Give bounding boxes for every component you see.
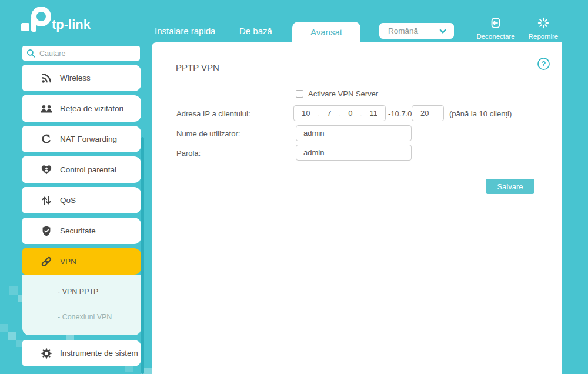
sidebar-item-security[interactable]: Securitate <box>22 218 141 244</box>
language-selected-value: Română <box>388 26 437 35</box>
sidebar-item-label: QoS <box>60 196 76 205</box>
reboot-button[interactable]: Repornire <box>517 16 570 40</box>
vpn-submenu: - VPN PPTP - Conexiuni VPN <box>22 275 141 335</box>
client-ip-label: Adresa IP a clientului: <box>176 109 250 118</box>
enable-vpn-server-label: Activare VPN Server <box>308 89 378 98</box>
sidebar-item-vpn[interactable]: VPN <box>22 248 141 275</box>
submenu-item-vpn-connections[interactable]: - Conexiuni VPN <box>58 313 112 321</box>
security-shield-icon <box>40 225 53 238</box>
enable-vpn-server-checkbox[interactable] <box>296 90 303 98</box>
ip-separator: . <box>360 109 362 118</box>
tab-advanced[interactable]: Avansat <box>292 22 360 42</box>
sidebar-item-label: VPN <box>60 257 76 266</box>
sidebar-item-system-tools[interactable]: Instrumente de sistem <box>22 340 141 366</box>
language-dropdown[interactable]: Română <box>379 23 454 39</box>
title-divider <box>175 76 549 76</box>
qos-arrows-icon <box>40 194 53 207</box>
sidebar-item-nat-forwarding[interactable]: NAT Forwarding <box>22 126 141 152</box>
logout-icon <box>489 16 502 29</box>
sidebar-item-label: Rețea de vizitatori <box>60 104 123 113</box>
ip-octet-4: 11 <box>369 109 377 118</box>
tp-link-logo: tp-link <box>21 7 101 38</box>
nat-forwarding-icon <box>40 133 53 146</box>
ip-octet-2: 7 <box>327 109 331 118</box>
password-label: Parola: <box>176 149 201 158</box>
sidebar-scrollbar[interactable] <box>141 137 144 374</box>
sidebar-item-label: Control parental <box>60 165 116 174</box>
sidebar-item-label: NAT Forwarding <box>60 135 117 143</box>
ip-separator: . <box>318 109 320 118</box>
sidebar-item-parental-control[interactable]: Control parental <box>22 156 141 183</box>
tab-basic[interactable]: De bază <box>239 26 272 36</box>
submenu-item-vpn-pptp[interactable]: - VPN PPTP <box>58 288 98 296</box>
ip-separator: . <box>339 109 341 118</box>
username-input[interactable] <box>296 125 412 141</box>
help-button[interactable]: ? <box>537 57 550 73</box>
page-title: PPTP VPN <box>176 62 219 72</box>
main-content-panel: PPTP VPN ? Activare VPN Server Adresa IP… <box>152 42 562 374</box>
client-count-hint: (până la 10 clienți) <box>449 109 512 118</box>
guest-network-icon <box>40 102 53 115</box>
sidebar-item-qos[interactable]: QoS <box>22 187 141 213</box>
vpn-link-icon <box>40 255 53 268</box>
search-icon <box>26 48 36 58</box>
svg-text:?: ? <box>542 60 546 68</box>
save-button[interactable]: Salvare <box>486 179 534 194</box>
username-label: Nume de utilizator: <box>176 129 240 138</box>
ip-octet-1: 10 <box>302 109 310 118</box>
sidebar-item-label: Securitate <box>60 226 96 235</box>
tab-quick-setup[interactable]: Instalare rapida <box>155 26 215 36</box>
parental-control-icon <box>40 163 53 176</box>
system-tools-gear-icon <box>40 347 53 360</box>
sidebar-item-wireless[interactable]: Wireless <box>22 65 141 91</box>
client-ip-input[interactable]: 10 . 7 . 0 . 11 <box>293 105 386 121</box>
sidebar-search[interactable] <box>22 46 140 61</box>
search-input[interactable] <box>39 49 136 58</box>
ip-range-prefix: -10.7.0. <box>388 109 414 118</box>
help-icon: ? <box>537 57 550 71</box>
sidebar-item-label: Wireless <box>60 74 91 82</box>
ip-octet-3: 0 <box>348 109 352 118</box>
sidebar-item-label: Instrumente de sistem <box>60 349 138 358</box>
logout-label: Deconectare <box>469 33 522 40</box>
sidebar-item-guest-network[interactable]: Rețea de vizitatori <box>22 95 141 122</box>
logout-button[interactable]: Deconectare <box>469 16 522 40</box>
wifi-icon <box>40 72 53 85</box>
password-input[interactable] <box>296 145 412 161</box>
reboot-label: Repornire <box>517 33 570 40</box>
chevron-down-icon <box>437 26 448 36</box>
svg-text:tp-link: tp-link <box>52 17 91 32</box>
ip-range-end-input[interactable]: 20 <box>412 105 444 121</box>
reboot-spinner-icon <box>537 16 550 29</box>
